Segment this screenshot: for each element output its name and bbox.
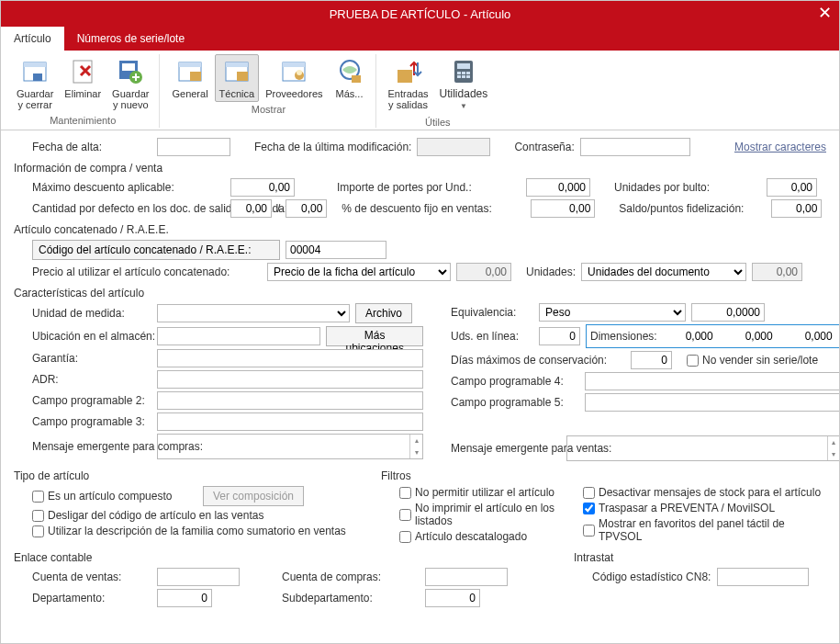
cant-def1-input[interactable] bbox=[230, 199, 272, 218]
svg-rect-1 bbox=[24, 62, 46, 67]
chk-traspasar[interactable]: Traspasar a PREVENTA / MovilSOL bbox=[574, 502, 775, 514]
ribbon-save-new[interactable]: Guardar y nuevo bbox=[107, 54, 153, 113]
svg-rect-26 bbox=[462, 75, 465, 78]
cant-def2-input[interactable] bbox=[286, 199, 327, 218]
chk-desligar[interactable]: Desligar del código de artículo en las v… bbox=[14, 509, 263, 522]
entsal-icon bbox=[394, 57, 423, 86]
unidad-med-select[interactable] bbox=[157, 304, 350, 322]
cp3-input[interactable] bbox=[157, 412, 423, 431]
spin-up-icon[interactable]: ▴ bbox=[827, 436, 840, 448]
lbl-contrasena: Contraseña: bbox=[514, 141, 574, 153]
equiv-value[interactable] bbox=[691, 303, 765, 322]
mostrar-caracteres-link[interactable]: Mostrar caracteres bbox=[734, 141, 826, 153]
ribbon-proveedores[interactable]: Proveedores bbox=[261, 54, 327, 102]
spin-down-icon[interactable]: ▾ bbox=[409, 446, 422, 458]
tecnica-icon bbox=[222, 57, 252, 86]
mas-icon bbox=[335, 57, 364, 86]
cod-concat-button[interactable]: Código del artículo concatenado / R.A.E.… bbox=[32, 240, 280, 260]
svg-rect-23 bbox=[462, 72, 465, 74]
chk-favoritos[interactable]: Mostrar en favoritos del panel táctil de… bbox=[574, 517, 826, 543]
unidades-select[interactable]: Unidades del documento bbox=[581, 263, 746, 281]
cod-concat-input[interactable] bbox=[286, 241, 386, 259]
garantia-input[interactable] bbox=[157, 349, 423, 367]
precio-concat-select[interactable]: Precio de la ficha del artículo bbox=[267, 263, 451, 281]
cta-ventas-input[interactable] bbox=[157, 568, 240, 586]
save-new-icon bbox=[116, 57, 145, 86]
chk-desac-stock[interactable]: Desactivar mensajes de stock para el art… bbox=[574, 486, 821, 499]
chk-no-vender[interactable]: No vender sin serie/lote bbox=[687, 354, 818, 367]
adr-input[interactable] bbox=[157, 370, 423, 389]
equiv-select[interactable]: Peso bbox=[539, 303, 686, 322]
lbl-dias-max: Días máximos de conservación: bbox=[451, 354, 625, 367]
svg-rect-14 bbox=[283, 62, 305, 67]
close-icon[interactable]: ✕ bbox=[818, 3, 832, 23]
dim1-input[interactable] bbox=[666, 327, 717, 345]
lbl-garantia: Garantía: bbox=[14, 352, 151, 365]
lbl-dimensiones: Dimensiones: bbox=[590, 330, 657, 343]
svg-rect-27 bbox=[466, 75, 470, 78]
archivo-button[interactable]: Archivo bbox=[355, 303, 412, 323]
section-enlace: Enlace contable bbox=[14, 551, 565, 564]
chk-no-permitir[interactable]: No permitir utilizar el artículo bbox=[381, 486, 554, 499]
saldo-input[interactable] bbox=[771, 199, 822, 218]
chk-no-imprimir[interactable]: No imprimir el artículo en los listados bbox=[381, 502, 565, 527]
general-icon bbox=[175, 57, 205, 86]
lbl-cta-ventas: Cuenta de ventas: bbox=[14, 571, 151, 583]
tab-series[interactable]: Números de serie/lote bbox=[64, 27, 197, 51]
fecha-mod-input bbox=[417, 138, 490, 156]
cta-compras-input[interactable] bbox=[425, 568, 508, 586]
fecha-alta-input[interactable] bbox=[157, 138, 230, 156]
ribbon-utilidades[interactable]: Utilidades▼ bbox=[435, 54, 493, 115]
ribbon-delete[interactable]: Eliminar bbox=[60, 54, 106, 113]
spin-up-icon[interactable]: ▴ bbox=[409, 435, 422, 446]
ribbon-general[interactable]: General bbox=[167, 54, 212, 102]
chk-es-comp[interactable]: Es un artículo compuesto bbox=[14, 490, 197, 503]
ribbon-group-maint: Mantenimiento bbox=[50, 115, 116, 126]
ribbon: Guardar y cerrar Eliminar Guardar y nuev… bbox=[1, 51, 839, 130]
spin-down-icon[interactable]: ▾ bbox=[827, 448, 840, 460]
msg-vent-textarea[interactable]: ▴▾ bbox=[566, 435, 840, 461]
svg-rect-2 bbox=[33, 73, 42, 81]
lbl-und-bulto: Unidades por bulto: bbox=[614, 181, 761, 194]
dim3-input[interactable] bbox=[786, 327, 836, 345]
lbl-unidades: Unidades: bbox=[526, 266, 576, 278]
chk-descatalogado[interactable]: Artículo descatalogado bbox=[381, 530, 527, 543]
cp5-input[interactable] bbox=[585, 393, 840, 412]
ribbon-save-close[interactable]: Guardar y cerrar bbox=[12, 54, 58, 113]
ribbon-tecnica[interactable]: Técnica bbox=[215, 54, 260, 102]
svg-rect-8 bbox=[179, 62, 201, 67]
depto-input[interactable] bbox=[157, 589, 212, 607]
lbl-max-desc: Máximo descuento aplicable: bbox=[14, 181, 225, 194]
imp-port-input[interactable] bbox=[526, 178, 590, 197]
tab-strip: Artículo Números de serie/lote bbox=[1, 27, 839, 51]
save-icon bbox=[20, 57, 50, 86]
und-bulto-input[interactable] bbox=[767, 178, 817, 197]
max-desc-input[interactable] bbox=[230, 178, 295, 197]
lbl-fecha-alta: Fecha de alta: bbox=[14, 141, 151, 153]
section-compra-venta: Información de compra / venta bbox=[14, 162, 826, 175]
lbl-imp-port: Importe de portes por Und.: bbox=[337, 181, 521, 194]
chk-util-desc[interactable]: Utilizar la descripción de la familia co… bbox=[14, 525, 346, 537]
pct-desc-input[interactable] bbox=[531, 199, 595, 218]
mas-ubic-button[interactable]: Más ubicaciones bbox=[326, 326, 423, 346]
ribbon-group-show: Mostrar bbox=[252, 104, 286, 115]
uds-linea-input[interactable] bbox=[539, 327, 580, 345]
msg-comp-textarea[interactable]: ▴▾ bbox=[157, 434, 423, 459]
lbl-cant-def: Cantidad por defecto en los doc. de sali… bbox=[14, 202, 225, 215]
subdepto-input[interactable] bbox=[425, 589, 480, 607]
tab-articulo[interactable]: Artículo bbox=[1, 27, 64, 51]
lbl-precio-concat: Precio al utilizar el artículo concatena… bbox=[14, 266, 262, 278]
cn8-input[interactable] bbox=[717, 568, 809, 586]
dias-max-input[interactable] bbox=[631, 351, 672, 369]
cp4-input[interactable] bbox=[585, 372, 840, 390]
lbl-adr: ADR: bbox=[14, 373, 151, 386]
ribbon-ent-sal[interactable]: Entradas y salidas bbox=[384, 54, 433, 115]
precio-concat-value bbox=[456, 263, 511, 281]
dim2-input[interactable] bbox=[726, 327, 777, 345]
cp2-input[interactable] bbox=[157, 391, 423, 410]
ribbon-mas[interactable]: Más... bbox=[330, 54, 370, 102]
lbl-ubicacion: Ubicación en el almacén: bbox=[14, 330, 151, 343]
contrasena-input[interactable] bbox=[580, 138, 690, 156]
ubicacion-input[interactable] bbox=[157, 327, 320, 345]
ver-comp-button[interactable]: Ver composición bbox=[203, 486, 304, 506]
